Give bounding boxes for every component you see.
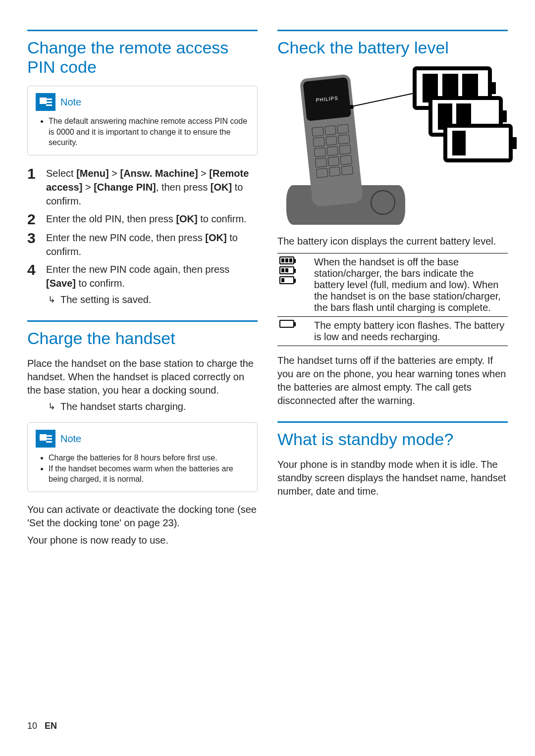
step-number: 1 — [27, 166, 39, 208]
battery-zoom — [394, 66, 508, 165]
result-arrow-icon: ↳ — [48, 294, 55, 305]
section-rule — [27, 30, 258, 31]
note-item: If the handset becomes warm when the bat… — [49, 463, 249, 485]
section-battery-level: Check the battery level PHILIPS — [277, 30, 508, 421]
paragraph: Your phone is now ready to use. — [27, 534, 258, 547]
step-text: Select — [46, 168, 76, 179]
note-item: The default answering machine remote acc… — [49, 116, 249, 148]
menu-key: [OK] — [211, 182, 232, 193]
section-title: Charge the handset — [27, 329, 258, 348]
step-body: Enter the old PIN, then press [OK] to co… — [46, 212, 258, 227]
left-column: Change the remote access PIN code Note T… — [27, 30, 258, 551]
page-language: EN — [45, 721, 57, 731]
section-charge-handset: Charge the handset Place the handset on … — [27, 320, 258, 551]
paragraph: You can activate or deactivate the docki… — [27, 503, 258, 530]
steps-list: 1 Select [Menu] > [Answ. Machine] > [Rem… — [27, 166, 258, 305]
step-body: Select [Menu] > [Answ. Machine] > [Remot… — [46, 166, 258, 208]
section-title: What is standby mode? — [277, 430, 508, 449]
battery-low-icon — [443, 124, 513, 162]
note-header: Note — [36, 430, 249, 448]
step-result: ↳ The handset starts charging. — [27, 401, 258, 412]
section-rule — [277, 30, 508, 31]
paragraph: The handset turns off if the batteries a… — [277, 354, 508, 407]
battery-low-icon — [279, 276, 294, 284]
step-text: , then press — [156, 182, 211, 193]
section-change-pin: Change the remote access PIN code Note T… — [27, 30, 258, 320]
menu-key: [OK] — [205, 232, 226, 243]
step-number: 3 — [27, 231, 39, 258]
battery-desc: The empty battery icon flashes. The batt… — [312, 317, 508, 346]
battery-medium-icon — [279, 266, 294, 274]
menu-key: [OK] — [176, 213, 197, 224]
menu-key: [Answ. Machine] — [120, 168, 198, 179]
note-label: Note — [60, 97, 81, 108]
result-text: The handset starts charging. — [60, 401, 186, 412]
section-rule — [277, 421, 508, 423]
note-box: Note Charge the batteries for 8 hours be… — [27, 422, 258, 492]
section-title: Change the remote access PIN code — [27, 38, 258, 77]
section-title: Check the battery level — [277, 38, 508, 57]
battery-desc: When the handset is off the base station… — [312, 253, 508, 317]
step-3: 3 Enter the new PIN code, then press [OK… — [27, 231, 258, 258]
battery-illustration: PHILIPS — [277, 66, 508, 225]
paragraph: Your phone is in standby mode when it is… — [277, 458, 508, 498]
step-text: Enter the old PIN, then press — [46, 213, 176, 224]
result-text: The setting is saved. — [60, 294, 151, 305]
keypad — [312, 124, 353, 178]
step-text: Enter the new PIN code, then press — [46, 232, 205, 243]
step-text: to confirm. — [76, 278, 125, 289]
right-column: Check the battery level PHILIPS — [277, 30, 508, 551]
step-text: Enter the new PIN code again, then press — [46, 264, 229, 275]
note-box: Note The default answering machine remot… — [27, 86, 258, 155]
step-result: ↳ The setting is saved. — [27, 294, 258, 305]
sep: > — [82, 182, 94, 193]
paragraph: The battery icon displays the current ba… — [277, 235, 508, 248]
sep: > — [109, 168, 120, 179]
paragraph: Place the handset on the base station to… — [27, 357, 258, 397]
note-icon — [36, 430, 55, 448]
step-1: 1 Select [Menu] > [Answ. Machine] > [Rem… — [27, 166, 258, 208]
menu-key: [Change PIN] — [94, 182, 156, 193]
battery-full-icon — [279, 256, 294, 264]
note-list: Charge the batteries for 8 hours before … — [36, 453, 249, 485]
step-text: to confirm. — [198, 213, 247, 224]
battery-empty-icon — [279, 320, 294, 328]
brand-label: PHILIPS — [302, 94, 353, 104]
menu-key: [Menu] — [76, 168, 109, 179]
battery-table: When the handset is off the base station… — [277, 253, 508, 346]
section-standby-mode: What is standby mode? Your phone is in s… — [277, 421, 508, 502]
table-row: The empty battery icon flashes. The batt… — [277, 317, 508, 346]
page: Change the remote access PIN code Note T… — [0, 0, 535, 561]
table-row: When the handset is off the base station… — [277, 253, 508, 317]
battery-icons-cell — [277, 253, 312, 317]
note-icon — [36, 93, 55, 111]
result-arrow-icon: ↳ — [48, 401, 55, 412]
note-header: Note — [36, 93, 249, 111]
note-list: The default answering machine remote acc… — [36, 116, 249, 148]
section-rule — [27, 320, 258, 322]
note-label: Note — [60, 433, 81, 445]
note-item: Charge the batteries for 8 hours before … — [49, 453, 249, 463]
phone-illustration: PHILIPS — [286, 76, 385, 225]
step-number: 4 — [27, 262, 39, 290]
step-2: 2 Enter the old PIN, then press [OK] to … — [27, 212, 258, 227]
battery-icons-cell — [277, 317, 312, 346]
menu-key: [Save] — [46, 278, 76, 289]
page-footer: 10 EN — [27, 721, 57, 731]
step-number: 2 — [27, 212, 39, 227]
step-4: 4 Enter the new PIN code again, then pre… — [27, 262, 258, 290]
step-body: Enter the new PIN code again, then press… — [46, 262, 258, 290]
sep: > — [198, 168, 210, 179]
page-number: 10 — [27, 721, 37, 731]
step-body: Enter the new PIN code, then press [OK] … — [46, 231, 258, 258]
